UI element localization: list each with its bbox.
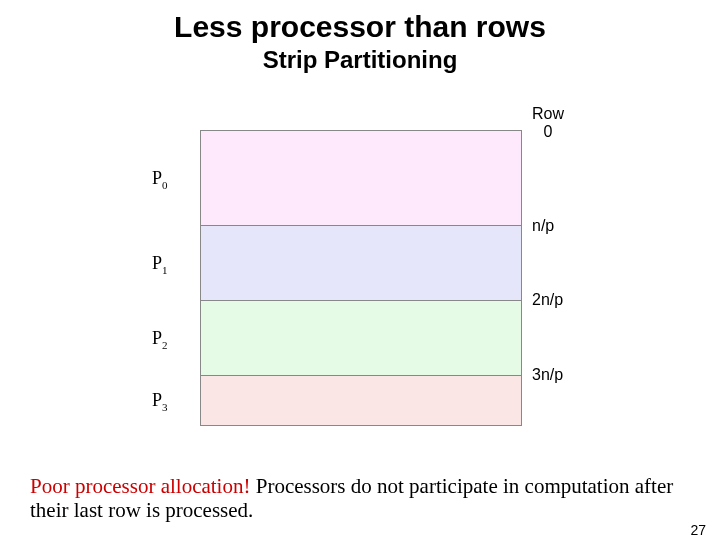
slide-subtitle: Strip Partitioning xyxy=(0,46,720,74)
strip-p0 xyxy=(201,131,521,226)
slide-caption: Poor processor allocation! Processors do… xyxy=(30,474,690,522)
proc-label-p3: P3 xyxy=(152,390,168,413)
row-label-2: 2n/p xyxy=(532,291,563,309)
strip-p1 xyxy=(201,226,521,301)
caption-emphasis: Poor processor allocation! xyxy=(30,474,250,498)
row-label-3: 3n/p xyxy=(532,366,563,384)
strip-p3 xyxy=(201,376,521,425)
strip-p2 xyxy=(201,301,521,376)
proc-label-p0: P0 xyxy=(152,168,168,191)
row-header-label: Row 0 xyxy=(532,105,564,140)
strip-stack xyxy=(200,130,522,426)
slide-title: Less processor than rows xyxy=(0,10,720,44)
slide: Less processor than rows Strip Partition… xyxy=(0,10,720,540)
row-label-1: n/p xyxy=(532,217,554,235)
proc-label-p1: P1 xyxy=(152,253,168,276)
slide-number: 27 xyxy=(690,522,706,538)
proc-label-p2: P2 xyxy=(152,328,168,351)
strip-partition-figure: P0 P1 P2 P3 Row 0 n/p 2n/p 3n/p xyxy=(0,110,720,440)
